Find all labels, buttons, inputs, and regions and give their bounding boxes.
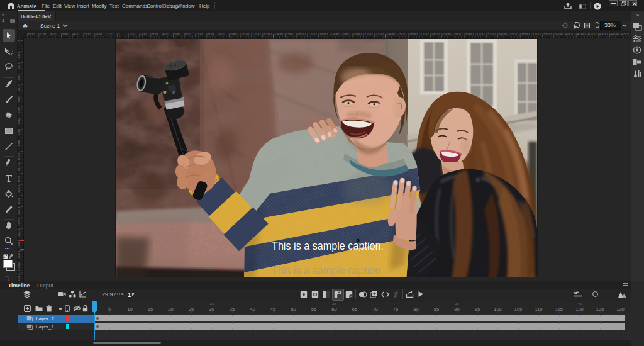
- svg-text:This is a sample caption.: This is a sample caption.: [272, 264, 384, 277]
- svg-text:This is a sample caption.: This is a sample caption.: [272, 240, 384, 252]
